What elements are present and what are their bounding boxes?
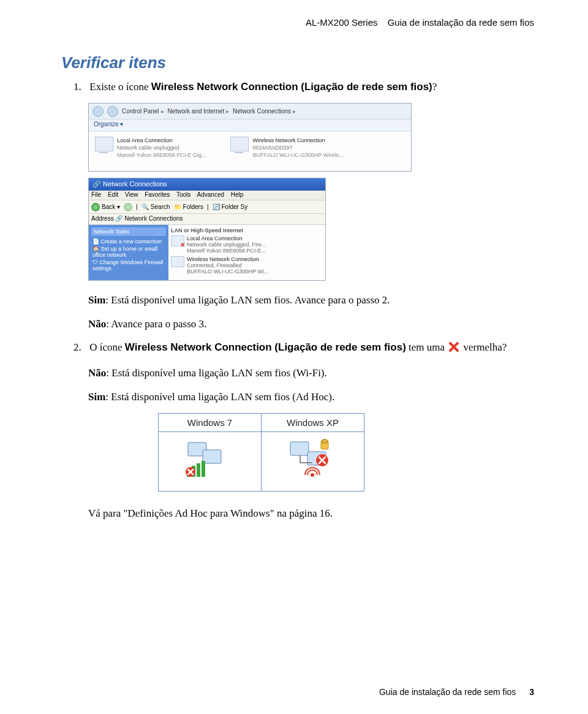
xp-menubar: File Edit View Favorites Tools Advanced … [89,191,325,200]
red-x-icon [448,341,459,357]
xp-search-label: Search [151,203,170,210]
step-2-bold: Wireless Network Connection (Ligação de … [125,341,406,353]
xp-wireless-status: Connected, Firewalled [187,262,268,268]
page-header: AL-MX200 Series Guia de instalação da re… [61,17,534,28]
step-2-number: 2. [74,340,87,355]
xp-foldersync-btn: 🔄 Folder Sy [213,203,248,210]
win7-nav: Control Panel▸ Network and Internet▸ Net… [89,104,411,120]
wireless-status: 0024A5ADD297 [252,144,343,151]
nao-1-label: Não [88,318,106,330]
lan-title: Local Area Connection [117,137,206,144]
wireless-device: BUFFALO WLI-UC-G300HP Wirele... [252,151,343,159]
step-1-pre: Existe o ícone [89,81,151,93]
xp-lan-item: Local Area ConnectionNetwork cable unplu… [171,235,323,254]
step-1-post: ? [432,81,437,93]
nao-2-label: Não [88,367,106,379]
win7-adhoc-icon [184,440,236,480]
xp-lan-name: Local Area Connection [187,235,266,241]
lan-device: Marvell Yukon 88E8056 PCI-E Gig... [117,151,206,159]
menu-help: Help [231,191,244,198]
footer-guide: Guia de instalação da rede sem fios [379,687,516,697]
forward-icon [124,203,132,211]
xp-wireless-device: BUFFALO WLI-UC-G300HP Wi... [187,268,268,275]
lan-status: Network cable unplugged [117,144,206,151]
svg-rect-4 [197,463,200,477]
screenshots: Control Panel▸ Network and Internet▸ Net… [88,103,534,281]
xp-group-label: LAN or High-Speed Internet [171,227,323,234]
sim-1-label: Sim [88,294,105,306]
step-1-number: 1. [74,81,87,93]
wireless-connection-item: Wireless Network Connection 0024A5ADD297… [230,137,343,159]
page-footer: Guia de instalação da rede sem fios 3 [379,687,534,697]
xp-titlebar: 🔗 Network Connections [89,178,325,191]
crumb-3: Network Connections [233,108,291,115]
nao-2-text: : Está disponível uma ligação LAN sem fi… [106,367,327,379]
wireless-icon [230,137,249,151]
svg-rect-5 [202,461,205,477]
crossref-link: Vá para "Definições Ad Hoc para Windows"… [88,507,534,520]
table-header-winxp: Windows XP [262,414,364,432]
xp-connections: LAN or High-Speed Internet Local Area Co… [168,225,325,280]
menu-file: File [91,191,101,198]
table-header-win7: Windows 7 [159,414,262,432]
step-2-pre: O ícone [89,341,125,353]
back-icon [91,203,100,211]
menu-favorites: Favorites [145,191,170,198]
organize-bar: Organize ▾ [89,120,411,132]
xp-task-3: 🛡 Change Windows Firewall settings [91,259,166,272]
forward-button-icon [107,106,118,117]
back-button-icon [92,106,104,117]
step-2: 2. O ícone Wireless Network Connection (… [74,340,534,357]
xp-wireless-name: Wireless Network Connection [187,256,268,262]
screenshot-win7: Control Panel▸ Network and Internet▸ Net… [88,103,412,172]
xp-search-btn: 🔍 Search [141,203,170,210]
xp-addressbar: Address 🔗 Network Connections [89,214,325,225]
nao-2: Não: Está disponível uma ligação LAN sem… [88,366,534,381]
menu-advanced: Advanced [197,191,224,198]
step-2-mid: tem uma [406,341,448,353]
screenshot-winxp: 🔗 Network Connections File Edit View Fav… [88,178,326,281]
step-1-bold: Wireless Network Connection (Ligação de … [151,81,432,93]
footer-page-number: 3 [518,687,534,697]
menu-tools: Tools [176,191,190,198]
section-title: Verificar itens [61,53,534,72]
xp-folders-label: Folders [183,203,203,210]
wireless-title: Wireless Network Connection [252,137,343,144]
step-2-post: vermelha? [464,341,507,353]
svg-rect-7 [290,442,309,455]
winxp-adhoc-icon [285,438,341,482]
xp-title-text: Network Connections [103,180,167,188]
sim-1: Sim: Está disponível uma ligação LAN sem… [88,293,534,308]
sim-1-text: : Está disponível uma ligação LAN sem fi… [105,294,390,306]
step-1: 1. Existe o ícone Wireless Network Conne… [74,81,534,93]
crumb-2: Network and Internet [167,108,224,115]
xp-lan-icon [171,235,184,246]
sim-2-label: Sim [88,391,105,403]
xp-folders-btn: 📁 Folders [174,203,203,210]
xp-lan-status: Network cable unplugged, Fire... [187,241,266,248]
xp-addr-label: Address [91,215,114,222]
sim-2-text: : Está disponível uma ligação LAN sem fi… [105,391,334,403]
xp-task-2: 🏠 Set up a home or small office network [91,245,166,259]
lan-icon [95,137,113,151]
xp-tasks-panel: Network Tasks 📄 Create a new connection … [89,225,168,280]
breadcrumb: Control Panel▸ Network and Internet▸ Net… [122,108,298,115]
xp-back-btn: Back ▾ [91,203,120,211]
xp-wireless-item: Wireless Network ConnectionConnected, Fi… [171,256,323,275]
xp-toolbar: Back ▾ | 🔍 Search 📁 Folders | 🔄 Folder S… [89,200,325,214]
nao-1: Não: Avance para o passo 3. [88,317,534,332]
guide-name: Guia de instalação da rede sem fios [380,17,534,28]
xp-back-label: Back [102,203,115,210]
svg-rect-1 [203,450,221,463]
product-name: AL-MX200 Series [306,17,378,28]
xp-wireless-icon [171,256,184,267]
xp-addr-val: Network Connections [124,215,183,222]
sim-2: Sim: Está disponível uma ligação LAN sem… [88,390,534,405]
xp-tasks-header: Network Tasks [91,227,166,236]
nao-1-text: : Avance para o passo 3. [106,318,206,330]
os-icons-table: Windows 7 Windows XP [158,413,364,492]
lan-connection-item: Local Area Connection Network cable unpl… [95,137,206,159]
menu-view: View [125,191,138,198]
xp-task-1: 📄 Create a new connection [91,238,166,245]
menu-edit: Edit [108,191,118,198]
